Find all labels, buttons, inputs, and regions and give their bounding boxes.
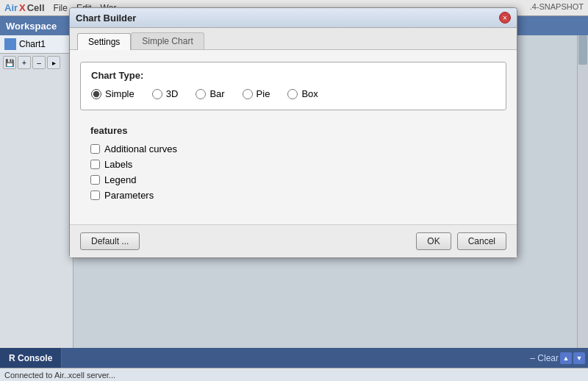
- scroll-up-button[interactable]: ▲: [560, 352, 572, 364]
- dialog-close-button[interactable]: ×: [499, 12, 511, 24]
- features-section: features Additional curves Labels Legend…: [80, 118, 506, 213]
- r-console-tab[interactable]: R Console: [0, 348, 62, 368]
- chart-type-radio-group: Simple 3D Bar Pie Box: [91, 88, 495, 99]
- checkbox-parameters-label: Parameters: [104, 190, 154, 201]
- radio-box-input[interactable]: [287, 89, 298, 99]
- toolbar-row: 💾 + – ▸: [0, 54, 73, 71]
- checkbox-labels-input[interactable]: [90, 160, 100, 169]
- r-console-label: R Console: [9, 353, 52, 363]
- checkbox-additional-curves-input[interactable]: [90, 144, 100, 154]
- menu-file[interactable]: File: [54, 3, 68, 13]
- checkbox-additional-curves[interactable]: Additional curves: [90, 143, 496, 154]
- chart-icon: [4, 38, 16, 50]
- cancel-button[interactable]: Cancel: [457, 232, 506, 250]
- radio-pie-input[interactable]: [243, 89, 253, 99]
- default-button[interactable]: Default ...: [80, 232, 140, 250]
- logo-x: X: [19, 2, 26, 13]
- dialog-tabs: Settings Simple Chart: [70, 28, 517, 50]
- ok-button[interactable]: OK: [416, 232, 451, 250]
- workspace-label: Workspace: [6, 21, 57, 32]
- chart-type-title: Chart Type:: [91, 70, 495, 81]
- left-panel: Chart1 💾 + – ▸: [0, 35, 74, 381]
- checkbox-labels-label: Labels: [104, 159, 132, 170]
- more-button[interactable]: ▸: [47, 56, 60, 69]
- radio-bar-input[interactable]: [196, 89, 206, 99]
- checkbox-parameters-input[interactable]: [90, 190, 100, 200]
- checkbox-additional-curves-label: Additional curves: [104, 143, 177, 154]
- radio-3d[interactable]: 3D: [152, 88, 179, 99]
- checkbox-legend[interactable]: Legend: [90, 174, 496, 185]
- checkbox-legend-label: Legend: [104, 174, 136, 185]
- logo-air: Air: [4, 2, 18, 13]
- radio-simple[interactable]: Simple: [91, 88, 135, 99]
- scroll-down-button[interactable]: ▼: [573, 352, 585, 364]
- radio-3d-input[interactable]: [152, 89, 162, 99]
- chart-tab[interactable]: Chart1: [0, 35, 73, 54]
- features-title: features: [90, 125, 496, 136]
- radio-box-label: Box: [301, 88, 318, 99]
- radio-simple-input[interactable]: [91, 89, 101, 99]
- checkbox-parameters[interactable]: Parameters: [90, 190, 496, 201]
- save-button[interactable]: 💾: [3, 56, 16, 69]
- dialog-footer: Default ... OK Cancel: [70, 224, 517, 257]
- footer-left: Default ...: [80, 232, 140, 250]
- radio-bar-label: Bar: [209, 88, 224, 99]
- dialog-title: Chart Builder: [76, 13, 136, 24]
- checkbox-labels[interactable]: Labels: [90, 159, 496, 170]
- radio-simple-label: Simple: [105, 88, 135, 99]
- connected-bar: Connected to Air..xcell server...: [0, 368, 588, 381]
- footer-right: OK Cancel: [416, 232, 506, 250]
- radio-3d-label: 3D: [166, 88, 179, 99]
- checkbox-legend-input[interactable]: [90, 175, 100, 185]
- snapshot-label: .4-SNAPSHOT: [530, 2, 584, 11]
- clear-label[interactable]: – Clear: [530, 353, 559, 363]
- logo-cell: Cell: [27, 2, 45, 13]
- right-scrollbar[interactable]: [577, 35, 588, 348]
- radio-box[interactable]: Box: [287, 88, 318, 99]
- scrollbar-thumb: [578, 35, 587, 65]
- status-bar: R Console – Clear ▲ ▼: [0, 348, 588, 368]
- dialog-body: Chart Type: Simple 3D Bar Pie: [70, 50, 517, 224]
- chart-tab-label: Chart1: [19, 39, 46, 49]
- chart-type-section: Chart Type: Simple 3D Bar Pie: [80, 62, 506, 110]
- status-arrows: ▲ ▼: [560, 352, 585, 364]
- connected-text: Connected to Air..xcell server...: [4, 371, 115, 380]
- radio-bar[interactable]: Bar: [196, 88, 224, 99]
- tab-simple-chart[interactable]: Simple Chart: [131, 32, 204, 49]
- radio-pie[interactable]: Pie: [243, 88, 270, 99]
- chart-builder-dialog: Chart Builder × Settings Simple Chart Ch…: [69, 7, 517, 258]
- dialog-titlebar: Chart Builder ×: [70, 8, 517, 28]
- tab-settings[interactable]: Settings: [77, 33, 131, 50]
- zoom-out-button[interactable]: –: [32, 56, 46, 69]
- radio-pie-label: Pie: [257, 88, 270, 99]
- app-logo: Air X Cell: [4, 2, 45, 13]
- zoom-in-button[interactable]: +: [18, 56, 31, 69]
